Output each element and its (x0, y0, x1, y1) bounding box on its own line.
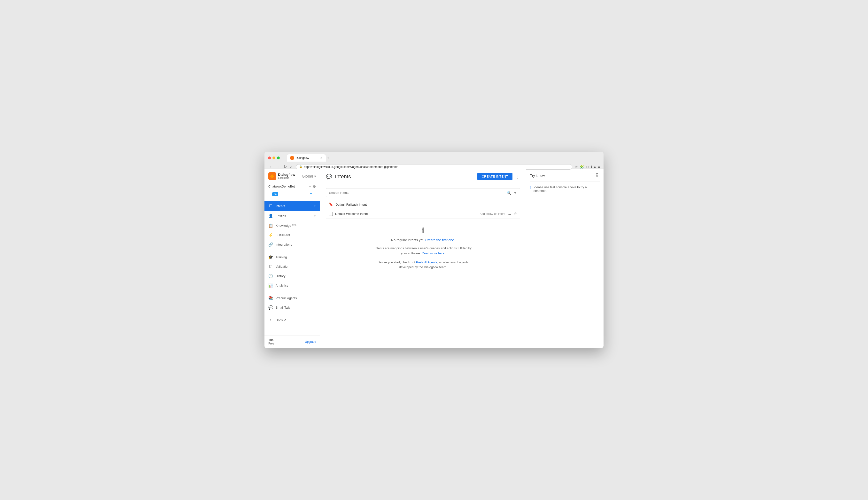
sidebar-item-fulfillment[interactable]: ⚡ Fulfillment (265, 230, 320, 240)
read-more-link[interactable]: Read more here (422, 251, 444, 255)
sidebar-item-docs[interactable]: › Docs ↗ (265, 315, 320, 325)
sidebar-validation-label: Validation (276, 265, 316, 269)
browser-tab-dialogflow[interactable]: Dialogflow × (287, 154, 326, 162)
filter-icon[interactable]: ▼ (513, 191, 517, 195)
main-header: 💬 Intents CREATE INTENT ⋮ (320, 169, 526, 184)
trial-tier-label: Free (268, 342, 274, 345)
intent-row-welcome[interactable]: Default Welcome Intent Add follow-up int… (326, 209, 520, 219)
tab-favicon (290, 156, 294, 160)
prebuilt-agents-link[interactable]: Prebuilt Agents (416, 260, 437, 264)
intents-icon: ☐ (268, 204, 273, 208)
sidebar-global-label[interactable]: Global ▾ (302, 174, 316, 179)
new-tab-button[interactable]: + (327, 156, 329, 161)
sidebar-item-intents[interactable]: ☐ Intents + (265, 201, 320, 211)
knowledge-icon: 📋 (268, 223, 273, 228)
sidebar-item-analytics[interactable]: 📊 Analytics (265, 281, 320, 290)
sidebar-item-entities[interactable]: 👤 Entities + (265, 211, 320, 221)
minimize-traffic-light[interactable] (273, 157, 275, 159)
analytics-icon: 📊 (268, 283, 273, 288)
tab-bar: Dialogflow × + (285, 154, 332, 162)
sidebar-item-history[interactable]: 🕐 History (265, 271, 320, 281)
empty-state: ℹ No regular intents yet. Create the fir… (326, 219, 520, 277)
mic-icon[interactable]: 🎙 (595, 173, 600, 178)
sidebar-item-integrations[interactable]: 🔗 Integrations (265, 240, 320, 249)
sidebar-item-prebuilt[interactable]: 📚 Prebuilt Agents (265, 293, 320, 303)
more-options-button[interactable]: ⋮ (516, 174, 520, 180)
lang-add-row: en + (265, 191, 320, 201)
intent-row-fallback[interactable]: 🔖 Default Fallback Intent (326, 200, 520, 209)
entities-icon: 👤 (268, 214, 273, 218)
create-first-intent-link[interactable]: Create the first one. (425, 238, 455, 242)
extensions-icon[interactable]: 🧩 (580, 165, 584, 169)
sidebar-fulfillment-label: Fulfillment (276, 233, 316, 237)
lock-icon: 🔒 (299, 165, 302, 168)
app-layout: 🔶 Dialogflow Essentials Global ▾ Chatwoo… (265, 169, 603, 348)
prebuilt-icon: 📚 (268, 296, 273, 300)
logo-sub: Essentials (278, 177, 295, 180)
search-input[interactable] (329, 191, 505, 194)
sidebar-item-knowledge[interactable]: 📋 Knowledge beta (265, 221, 320, 230)
info-icon[interactable]: ℹ (591, 165, 592, 169)
bookmark-icon[interactable]: ☆ (575, 165, 578, 169)
tab-title: Dialogflow (296, 156, 309, 160)
fallback-intent-name: Default Fallback Intent (335, 203, 517, 206)
menu-icon[interactable]: ≡ (598, 165, 600, 169)
smalltalk-icon: 💬 (268, 305, 273, 310)
sidebar-item-smalltalk[interactable]: 💬 Small Talk (265, 303, 320, 312)
bookmark-icon-fallback: 🔖 (329, 203, 333, 206)
trial-plan-label: Trial (268, 338, 274, 342)
sidebar-main-nav: ☐ Intents + 👤 Entities + 📋 Knowledge bet… (265, 201, 320, 249)
url-text: https://dialogflow.cloud.google.com/#/ag… (304, 165, 398, 169)
create-intent-button[interactable]: CREATE INTENT (477, 173, 512, 180)
welcome-intent-checkbox[interactable] (329, 212, 333, 216)
sidebar: 🔶 Dialogflow Essentials Global ▾ Chatwoo… (265, 169, 320, 348)
sidebar-knowledge-label: Knowledge beta (276, 224, 316, 227)
sidebar-divider-1 (265, 251, 320, 251)
sidebar-history-label: History (276, 274, 316, 278)
tab-close-button[interactable]: × (321, 156, 322, 160)
logo-name: Dialogflow (278, 173, 295, 177)
sidebar-footer: Trial Free Upgrade (265, 335, 320, 348)
follow-up-link[interactable]: Add follow-up intent (480, 212, 505, 216)
add-intent-button[interactable]: + (313, 204, 316, 208)
try-now-header: Try it now 🎙 (530, 173, 600, 181)
traffic-lights (268, 157, 280, 159)
hint-info-icon: ℹ (530, 185, 532, 190)
history-icon: 🕐 (268, 274, 273, 279)
lang-badge[interactable]: en (272, 192, 278, 196)
profile-icon[interactable]: ● (594, 165, 596, 169)
try-now-hint: ℹ Please use test console above to try a… (530, 185, 600, 193)
add-entity-button[interactable]: + (313, 213, 316, 218)
fulfillment-icon: ⚡ (268, 233, 273, 237)
upgrade-button[interactable]: Upgrade (305, 340, 316, 343)
sidebar-entities-label: Entities (276, 214, 311, 218)
sidebar-header: 🔶 Dialogflow Essentials Global ▾ (265, 169, 320, 182)
page-title: Intents (335, 173, 474, 180)
sidebar-smalltalk-label: Small Talk (276, 306, 316, 309)
agent-dropdown-icon[interactable]: ▾ (309, 185, 311, 188)
validation-icon: ☑ (268, 264, 273, 269)
training-icon: 🎓 (268, 255, 273, 260)
delete-icon[interactable]: 🗑 (513, 212, 517, 216)
sidebar-intents-label: Intents (276, 204, 311, 208)
upload-icon[interactable]: ☁ (508, 212, 511, 216)
intents-header-icon: 💬 (326, 174, 332, 180)
empty-state-icon: ℹ (331, 226, 516, 235)
main-content: 💬 Intents CREATE INTENT ⋮ 🔍 ▼ 🔖 Default … (320, 169, 526, 348)
browser-chrome: Dialogflow × + ← → ↻ ⌂ 🔒 https://dialogf… (265, 152, 603, 169)
close-traffic-light[interactable] (268, 157, 271, 159)
add-lang-button[interactable]: + (310, 191, 312, 196)
sidebar-logo: 🔶 Dialogflow Essentials (268, 172, 295, 180)
intents-panel: 🔍 ▼ 🔖 Default Fallback Intent Default We… (320, 184, 526, 348)
sidebar-extra-nav: 📚 Prebuilt Agents 💬 Small Talk (265, 293, 320, 312)
sidebar-item-validation[interactable]: ☑ Validation (265, 262, 320, 271)
sidebar-item-training[interactable]: 🎓 Training (265, 252, 320, 262)
toolbar-icons: ☆ 🧩 ⊟ ℹ ● ≡ (575, 165, 600, 169)
sidebar-prebuilt-label: Prebuilt Agents (276, 296, 316, 300)
sidebar-integrations-label: Integrations (276, 243, 316, 246)
agent-settings-icon[interactable]: ⚙ (313, 184, 316, 189)
agent-name: ChatwootDemoBot (268, 185, 295, 188)
sidebar-divider-2 (265, 292, 320, 292)
fullscreen-traffic-light[interactable] (277, 157, 280, 159)
reader-icon[interactable]: ⊟ (586, 165, 589, 169)
